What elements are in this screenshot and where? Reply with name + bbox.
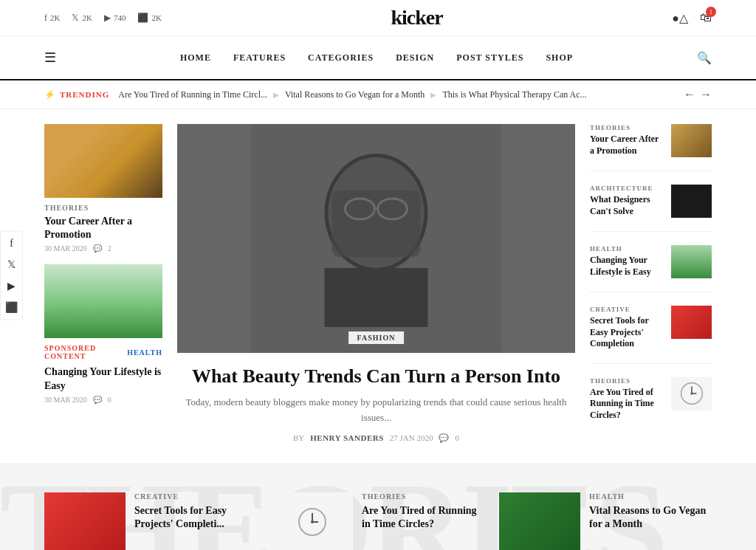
social-counts: f 2K 𝕏 2K ▶ 740 ⬛ 2K — [44, 13, 162, 24]
youtube-count[interactable]: ▶ 740 — [104, 13, 126, 24]
feature-description: Today, modern beauty bloggers make money… — [177, 395, 575, 426]
bottom-card-3-category: HEALTH — [589, 492, 712, 501]
bolt-icon: ⚡ — [44, 89, 56, 100]
twitter-side-icon[interactable]: 𝕏 — [7, 258, 16, 270]
trending-text: TRENDING — [60, 90, 109, 99]
sidebar-article-5-category: THEORIES — [590, 377, 664, 385]
bottom-card-3-text: HEALTH Vital Reasons to Go Vegan for a M… — [589, 492, 712, 531]
social-bar: f 2K 𝕏 2K ▶ 740 ⬛ 2K kicker ●△ 🛍 1 — [0, 0, 756, 36]
user-icon[interactable]: ●△ — [672, 11, 688, 25]
left-article-1-category: THEORIES — [44, 204, 162, 212]
youtube-label: 740 — [114, 13, 126, 22]
bottom-card-1: CREATIVE Secret Tools for Easy Projects'… — [44, 492, 257, 550]
bottom-card-1-category: CREATIVE — [134, 492, 257, 501]
bottom-clock-svg — [298, 507, 327, 537]
nav-bar: ☰ HOME FEATURES CATEGORIES DESIGN POST S… — [0, 36, 756, 80]
trending-item-1[interactable]: Are You Tired of Running in Time Circl..… — [118, 89, 267, 100]
sidebar-article-1-title[interactable]: Your Career After a Promotion — [590, 134, 664, 157]
bottom-card-3-image[interactable] — [499, 492, 580, 550]
left-article-2-cat-sponsored: SPONSORED CONTENT — [44, 344, 123, 360]
trending-item-3[interactable]: This is What Physical Therapy Can Ac... — [442, 89, 586, 100]
trending-item-2[interactable]: Vital Reasons to Go Vegan for a Month — [285, 89, 425, 100]
trending-label: ⚡ TRENDING — [44, 89, 109, 100]
feature-author[interactable]: HENRY SANDERS — [310, 433, 384, 442]
left-article-2-image[interactable] — [44, 264, 162, 338]
left-article-1-comments: 2 — [108, 244, 111, 252]
left-article-1: THEORIES Your Career After a Promotion 3… — [44, 124, 162, 252]
left-article-2-title[interactable]: Changing Your Lifestyle is Easy — [44, 365, 162, 392]
comment-icon-1: 💬 — [93, 244, 102, 252]
nav-features[interactable]: FEATURES — [233, 39, 286, 77]
youtube-side-icon[interactable]: ▶ — [7, 279, 16, 292]
nav-design[interactable]: DESIGN — [396, 39, 434, 77]
comment-icon-feature: 💬 — [439, 433, 449, 443]
instagram-label: 2K — [151, 13, 161, 22]
sidebar-article-1-image[interactable] — [671, 124, 712, 157]
sidebar-article-1: THEORIES Your Career After a Promotion — [590, 124, 712, 171]
nav-categories[interactable]: CATEGORIES — [308, 39, 374, 77]
bottom-card-2-image[interactable] — [272, 492, 353, 550]
nav-home[interactable]: HOME — [180, 39, 211, 77]
svg-point-12 — [690, 393, 693, 395]
trending-prev[interactable]: ← — [684, 88, 695, 101]
bottom-card-1-image[interactable] — [44, 492, 126, 550]
facebook-icon: f — [44, 13, 47, 24]
left-article-2-comments: 0 — [108, 396, 111, 404]
sidebar-article-2-title[interactable]: What Designers Can't Solve — [590, 194, 664, 217]
sidebar-article-4-image[interactable] — [671, 306, 712, 339]
trending-bar: ⚡ TRENDING Are You Tired of Running in T… — [0, 80, 756, 109]
cart-badge: 1 — [706, 7, 716, 17]
sidebar-article-4-text: CREATIVE Secret Tools for Easy Projects'… — [590, 306, 664, 350]
sidebar-article-5-image[interactable] — [671, 377, 712, 410]
instagram-side-icon[interactable]: ⬛ — [5, 300, 18, 313]
sidebar-article-5-text: THEORIES Are You Tired of Running in Tim… — [590, 377, 664, 422]
trending-items: Are You Tired of Running in Time Circl..… — [118, 89, 675, 100]
feature-title[interactable]: What Beauty Trends Can Turn a Person Int… — [177, 365, 575, 388]
left-article-2: SPONSORED CONTENT HEALTH Changing Your L… — [44, 264, 162, 403]
bottom-card-1-title[interactable]: Secret Tools for Easy Projects' Completi… — [134, 504, 257, 531]
bottom-card-1-text: CREATIVE Secret Tools for Easy Projects'… — [134, 492, 257, 531]
sidebar-article-4: CREATIVE Secret Tools for Easy Projects'… — [590, 306, 712, 364]
bottom-card-3-title[interactable]: Vital Reasons to Go Vegan for a Month — [589, 504, 712, 531]
twitter-label: 2K — [82, 13, 92, 22]
instagram-count[interactable]: ⬛ 2K — [137, 13, 161, 24]
feature-comments: 0 — [455, 433, 459, 442]
bottom-card-2-title[interactable]: Are You Tired of Running in Time Circles… — [362, 504, 484, 531]
feature-image[interactable]: FASHION — [177, 124, 575, 353]
twitter-icon: 𝕏 — [72, 13, 79, 24]
sidebar-article-3-image[interactable] — [671, 245, 712, 278]
left-article-1-title[interactable]: Your Career After a Promotion — [44, 215, 162, 241]
comment-icon-2: 💬 — [93, 396, 102, 404]
left-article-2-categories: SPONSORED CONTENT HEALTH — [44, 338, 162, 363]
bottom-card-2-text: THEORIES Are You Tired of Running in Tim… — [362, 492, 484, 531]
sidebar-article-5: THEORIES Are You Tired of Running in Tim… — [590, 377, 712, 435]
main-content: THEORIES Your Career After a Promotion 3… — [0, 109, 756, 463]
nav-shop[interactable]: SHOP — [546, 39, 573, 77]
cart-icon[interactable]: 🛍 1 — [700, 11, 712, 24]
trending-next[interactable]: → — [700, 88, 712, 101]
sidebar-article-2-image[interactable] — [671, 185, 712, 218]
bottom-card-2: THEORIES Are You Tired of Running in Tim… — [272, 492, 484, 550]
nav-post-styles[interactable]: POST STYLES — [456, 39, 523, 77]
sidebar-article-2: ARCHITECTURE What Designers Can't Solve — [590, 185, 712, 232]
sidebar-article-4-category: CREATIVE — [590, 306, 664, 313]
twitter-count[interactable]: 𝕏 2K — [72, 13, 92, 24]
bottom-section: THEORIES CREATIVE Secret Tools for Easy … — [0, 463, 756, 550]
site-logo[interactable]: kicker — [391, 6, 442, 30]
trending-sep-1: ▶ — [273, 91, 279, 99]
facebook-side-icon[interactable]: f — [10, 237, 13, 249]
left-article-2-date: 30 MAR 2020 — [44, 396, 87, 404]
sidebar-article-4-title[interactable]: Secret Tools for Easy Projects' Completi… — [590, 315, 664, 350]
hamburger-menu[interactable]: ☰ — [44, 36, 56, 79]
facebook-count[interactable]: f 2K — [44, 13, 60, 24]
sidebar-article-1-category: THEORIES — [590, 124, 664, 131]
sidebar-article-3-category: HEALTH — [590, 245, 664, 252]
search-button[interactable]: 🔍 — [697, 38, 712, 78]
feature-article: FASHION What Beauty Trends Can Turn a Pe… — [177, 124, 575, 448]
left-article-2-meta: 30 MAR 2020 💬 0 — [44, 396, 162, 404]
sidebar-article-5-title[interactable]: Are You Tired of Running in Time Circles… — [590, 387, 664, 422]
right-sidebar: THEORIES Your Career After a Promotion A… — [590, 124, 712, 448]
sidebar-article-3-title[interactable]: Changing Your Lifestyle is Easy — [590, 255, 664, 278]
left-article-1-date: 30 MAR 2020 — [44, 244, 87, 252]
left-article-1-image[interactable] — [44, 124, 162, 198]
